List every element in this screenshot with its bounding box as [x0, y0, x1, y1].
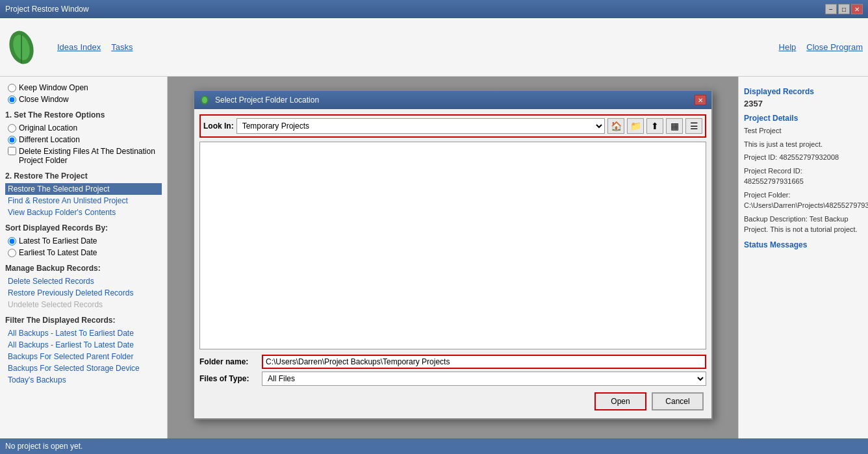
modal-overlay: Select Project Folder Location ✕ Look In… [168, 77, 738, 438]
center-content: Select Project Folder Location ✕ Look In… [168, 77, 738, 438]
app-nav: Ideas Index Tasks [57, 42, 133, 52]
look-in-select[interactable]: Temporary Projects [236, 118, 605, 134]
folder-name-input[interactable] [262, 355, 706, 369]
app-logo [5, 28, 44, 67]
close-button[interactable]: ✕ [851, 4, 863, 14]
all-backups-latest-link[interactable]: All Backups - Latest To Earliest Date [5, 327, 162, 339]
delete-selected-link[interactable]: Delete Selected Records [5, 275, 162, 287]
project-id-label: Project ID: [744, 153, 777, 161]
keep-window-open-radio[interactable] [8, 84, 16, 92]
folder-name-row: Folder name: [199, 355, 706, 369]
help-link[interactable]: Help [779, 42, 797, 52]
modal-title-left: Select Project Folder Location [199, 95, 319, 105]
modal-app-icon [199, 95, 210, 105]
modal-title-text: Select Project Folder Location [215, 95, 319, 105]
original-location-label: Original Location [19, 123, 77, 132]
close-window-radio[interactable] [8, 95, 16, 104]
project-description: This is just a test project. [744, 139, 863, 150]
svg-point-4 [202, 97, 207, 103]
close-window-item: Close Window [5, 94, 162, 105]
project-id: Project ID: 482552797932008 [744, 152, 863, 163]
minimize-button[interactable]: − [825, 4, 837, 14]
folder-up-button[interactable]: ⬆ [646, 118, 663, 134]
find-restore-item[interactable]: Find & Restore An Unlisted Project [5, 195, 162, 207]
window-controls: − □ ✕ [825, 4, 863, 14]
view-backup-item[interactable]: View Backup Folder's Contents [5, 207, 162, 218]
earliest-to-latest-radio[interactable] [8, 249, 16, 257]
restore-selected-label: Restore The Selected Project [8, 184, 110, 194]
project-folder-label: Project Folder: [744, 191, 791, 199]
project-id-value: 482552797932008 [779, 153, 839, 161]
status-messages-title: Status Messages [744, 240, 863, 249]
close-window-label: Close Window [19, 95, 69, 104]
undelete-selected-link: Undelete Selected Records [5, 299, 162, 310]
new-folder-button[interactable]: 📁 [627, 118, 644, 134]
delete-files-checkbox[interactable] [8, 147, 16, 155]
close-program-link[interactable]: Close Program [806, 42, 863, 52]
modal-dialog: Select Project Folder Location ✕ Look In… [193, 90, 713, 420]
different-location-item: Different Location [5, 134, 162, 145]
status-message: No project is open yet. [5, 442, 83, 451]
different-location-label: Different Location [19, 135, 80, 144]
section2-title: 2. Restore The Project [5, 171, 162, 181]
logo-icon [5, 28, 38, 67]
all-backups-earliest-link[interactable]: All Backups - Earliest To Latest Date [5, 339, 162, 351]
restore-selected-item[interactable]: Restore The Selected Project [5, 183, 162, 195]
backup-desc-label: Backup Description: [744, 215, 808, 223]
latest-to-earliest-label: Latest To Earliest Date [19, 236, 97, 246]
status-bar: No project is open yet. [0, 438, 868, 454]
modal-title-bar: Select Project Folder Location ✕ [194, 91, 711, 109]
keep-window-open-label: Keep Window Open [19, 83, 88, 92]
modal-close-button[interactable]: ✕ [695, 95, 706, 105]
earliest-to-latest-item: Earliest To Latest Date [5, 247, 162, 259]
todays-backups-link[interactable]: Today's Backups [5, 374, 162, 386]
app-header: Ideas Index Tasks Help Close Program [0, 18, 868, 77]
list-view-button[interactable]: ☰ [685, 118, 702, 134]
displayed-records-title: Displayed Records [744, 87, 863, 96]
latest-to-earliest-item: Latest To Earliest Date [5, 235, 162, 247]
record-id-value: 482552797931665 [744, 177, 804, 185]
files-of-type-select[interactable]: All Files [262, 372, 706, 386]
project-folder-value: C:\Users\Darren\Projects\482552797932008 [744, 201, 868, 209]
project-details-title: Project Details [744, 114, 863, 123]
view-backup-link[interactable]: View Backup Folder's Contents [8, 208, 116, 217]
delete-files-label: Delete Existing Files At The Destination… [19, 147, 159, 165]
look-in-row: Look In: Temporary Projects 🏠 📁 ⬆ ▦ ☰ [199, 114, 706, 138]
latest-to-earliest-radio[interactable] [8, 237, 16, 246]
window-title: Project Restore Window [5, 5, 89, 14]
modal-body: Look In: Temporary Projects 🏠 📁 ⬆ ▦ ☰ [194, 109, 711, 418]
modal-buttons: Open Cancel [199, 388, 706, 413]
earliest-to-latest-label: Earliest To Latest Date [19, 248, 97, 257]
open-button[interactable]: Open [594, 392, 646, 410]
restore-button[interactable]: □ [838, 4, 850, 14]
files-of-type-row: Files of Type: All Files [199, 372, 706, 386]
backup-description: Backup Description: Test Backup Project.… [744, 214, 863, 235]
files-of-type-label: Files of Type: [199, 374, 258, 383]
filter-title: Filter The Displayed Records: [5, 316, 162, 325]
different-location-radio[interactable] [8, 136, 16, 144]
keep-window-open-item: Keep Window Open [5, 82, 162, 94]
sort-title: Sort Displayed Records By: [5, 223, 162, 233]
title-bar: Project Restore Window − □ ✕ [0, 0, 868, 18]
ideas-index-link[interactable]: Ideas Index [57, 42, 101, 52]
record-id: Project Record ID: 482552797931665 [744, 166, 863, 187]
file-browser [199, 142, 706, 349]
project-folder: Project Folder: C:\Users\Darren\Projects… [744, 190, 863, 211]
section1-title: 1. Set The Restore Options [5, 110, 162, 120]
project-name: Test Project [744, 125, 863, 136]
look-in-label: Look In: [203, 121, 234, 131]
displayed-records-value: 2357 [744, 99, 863, 108]
backups-storage-link[interactable]: Backups For Selected Storage Device [5, 362, 162, 374]
find-restore-link[interactable]: Find & Restore An Unlisted Project [8, 196, 128, 205]
restore-previously-link[interactable]: Restore Previously Deleted Records [5, 287, 162, 299]
cancel-button[interactable]: Cancel [652, 392, 704, 410]
right-nav: Help Close Program [779, 42, 863, 52]
original-location-item: Original Location [5, 122, 162, 134]
grid-view-button[interactable]: ▦ [666, 118, 683, 134]
manage-title: Manage Backup Records: [5, 264, 162, 273]
tasks-link[interactable]: Tasks [111, 42, 133, 52]
backups-parent-link[interactable]: Backups For Selected Parent Folder [5, 351, 162, 362]
home-button[interactable]: 🏠 [607, 118, 624, 134]
original-location-radio[interactable] [8, 124, 16, 132]
record-id-label: Project Record ID: [744, 167, 802, 175]
